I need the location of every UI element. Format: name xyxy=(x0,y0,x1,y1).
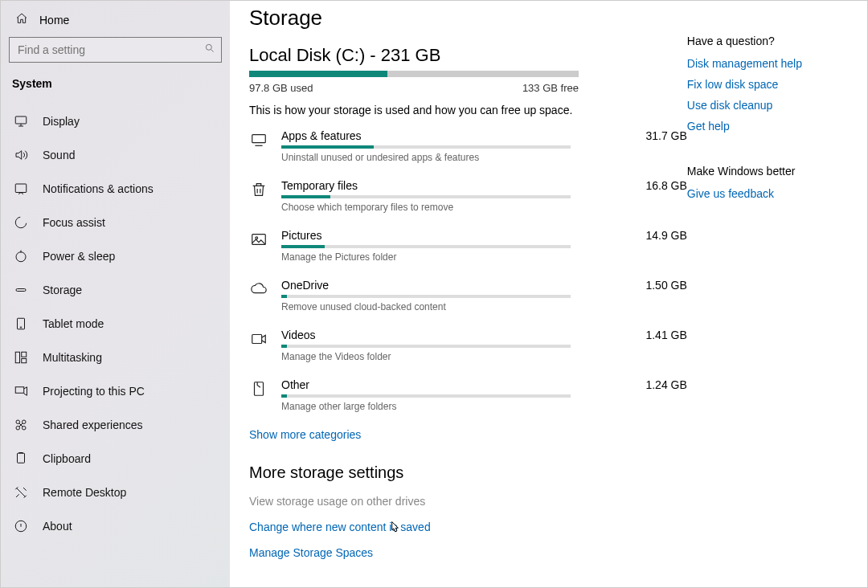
category-bar xyxy=(281,145,571,149)
nav-icon xyxy=(14,283,28,297)
nav-item-about[interactable]: About xyxy=(1,509,230,543)
category-subtitle: Remove unused cloud-backed content xyxy=(281,301,687,312)
show-more-link[interactable]: Show more categories xyxy=(249,428,687,441)
help-link[interactable]: Get help xyxy=(687,120,859,133)
sidebar: Home System DisplaySoundNotifications & … xyxy=(1,1,230,587)
page-title: Storage xyxy=(249,6,687,31)
category-apps-features[interactable]: Apps & features31.7 GBUninstall unused o… xyxy=(249,129,687,163)
make-better-heading: Make Windows better xyxy=(687,165,859,178)
more-settings-title: More storage settings xyxy=(249,463,687,482)
more-link[interactable]: Change where new content is saved xyxy=(249,521,687,533)
help-link[interactable]: Use disk cleanup xyxy=(687,99,859,112)
nav-label: Focus assist xyxy=(43,216,105,229)
svg-rect-5 xyxy=(16,289,26,292)
category-onedrive[interactable]: OneDrive1.50 GBRemove unused cloud-backe… xyxy=(249,279,687,312)
nav-label: Shared experiences xyxy=(43,419,143,431)
svg-point-7 xyxy=(20,327,22,329)
category-subtitle: Manage other large folders xyxy=(281,401,687,412)
category-subtitle: Choose which temporary files to remove xyxy=(281,202,687,213)
category-bar xyxy=(281,345,571,348)
nav-label: Notifications & actions xyxy=(43,182,154,195)
category-subtitle: Manage the Videos folder xyxy=(281,351,687,362)
svg-rect-16 xyxy=(18,453,25,463)
nav-label: Multitasking xyxy=(43,351,102,364)
nav-item-sound[interactable]: Sound xyxy=(1,138,230,172)
help-link[interactable]: Disk management help xyxy=(687,57,859,70)
nav-item-notifications-actions[interactable]: Notifications & actions xyxy=(1,172,230,206)
category-bar xyxy=(281,394,571,398)
nav-item-projecting-to-this-pc[interactable]: Projecting to this PC xyxy=(1,374,230,408)
nav-item-tablet-mode[interactable]: Tablet mode xyxy=(1,307,230,341)
nav-list: DisplaySoundNotifications & actionsFocus… xyxy=(1,104,230,543)
nav-item-focus-assist[interactable]: Focus assist xyxy=(1,206,230,239)
nav-item-multitasking[interactable]: Multitasking xyxy=(1,341,230,374)
category-icon xyxy=(249,330,268,349)
svg-rect-10 xyxy=(22,359,27,363)
disk-usage-bar xyxy=(249,71,579,77)
svg-rect-18 xyxy=(252,135,266,143)
svg-rect-22 xyxy=(255,382,264,396)
disk-free-label: 133 GB free xyxy=(522,82,579,94)
nav-label: Remote Desktop xyxy=(43,486,126,499)
disk-title: Local Disk (C:) - 231 GB xyxy=(249,45,687,66)
svg-point-0 xyxy=(206,44,211,50)
nav-item-display[interactable]: Display xyxy=(1,104,230,138)
nav-label: Tablet mode xyxy=(43,317,104,330)
nav-label: Storage xyxy=(43,284,82,296)
home-button[interactable]: Home xyxy=(1,9,230,37)
nav-icon xyxy=(14,384,28,398)
category-name: Videos xyxy=(281,329,316,341)
category-bar xyxy=(281,195,571,198)
svg-rect-9 xyxy=(22,352,27,357)
category-name: Temporary files xyxy=(281,179,358,192)
nav-item-shared-experiences[interactable]: Shared experiences xyxy=(1,408,230,442)
nav-label: Projecting to this PC xyxy=(43,385,145,398)
more-link[interactable]: View storage usage on other drives xyxy=(249,495,687,508)
nav-icon xyxy=(14,418,28,432)
svg-rect-1 xyxy=(15,116,27,124)
nav-item-remote-desktop[interactable]: Remote Desktop xyxy=(1,476,230,509)
nav-label: Clipboard xyxy=(43,452,91,465)
nav-item-power-sleep[interactable]: Power & sleep xyxy=(1,239,230,273)
category-icon xyxy=(249,131,268,150)
nav-item-clipboard[interactable]: Clipboard xyxy=(1,442,230,476)
category-icon xyxy=(249,380,268,399)
svg-rect-8 xyxy=(15,352,19,363)
nav-icon xyxy=(14,114,28,129)
more-link[interactable]: Manage Storage Spaces xyxy=(249,546,687,559)
category-pictures[interactable]: Pictures14.9 GBManage the Pictures folde… xyxy=(249,229,687,263)
category-temporary-files[interactable]: Temporary files16.8 GBChoose which tempo… xyxy=(249,179,687,213)
search-icon xyxy=(204,43,215,56)
category-name: OneDrive xyxy=(281,279,329,292)
category-icon xyxy=(249,181,268,200)
disk-used-label: 97.8 GB used xyxy=(249,82,313,94)
svg-point-4 xyxy=(16,252,26,262)
category-size: 1.50 GB xyxy=(645,279,686,292)
nav-label: Power & sleep xyxy=(43,250,115,263)
nav-item-storage[interactable]: Storage xyxy=(1,273,230,307)
category-bar xyxy=(281,245,571,248)
category-name: Pictures xyxy=(281,229,322,242)
home-icon xyxy=(15,12,28,27)
search-input[interactable] xyxy=(9,37,222,63)
svg-rect-2 xyxy=(15,184,27,193)
category-icon xyxy=(249,231,268,250)
category-subtitle: Manage the Pictures folder xyxy=(281,251,687,263)
category-bar xyxy=(281,295,571,298)
right-panel: Have a question? Disk management helpFix… xyxy=(687,6,867,587)
category-icon xyxy=(249,280,268,300)
help-link[interactable]: Fix low disk space xyxy=(687,78,859,91)
category-subtitle: Uninstall unused or undesired apps & fea… xyxy=(281,152,687,163)
category-other[interactable]: Other1.24 GBManage other large folders xyxy=(249,378,687,412)
svg-rect-21 xyxy=(252,335,262,344)
nav-label: Display xyxy=(43,115,80,128)
category-name: Other xyxy=(281,378,309,391)
nav-icon xyxy=(14,451,28,466)
feedback-link[interactable]: Give us feedback xyxy=(687,187,859,200)
category-size: 1.24 GB xyxy=(645,378,686,391)
main: Storage Local Disk (C:) - 231 GB 97.8 GB… xyxy=(230,1,867,587)
nav-icon xyxy=(14,316,28,331)
category-size: 14.9 GB xyxy=(645,229,686,242)
description: This is how your storage is used and how… xyxy=(249,104,687,116)
category-videos[interactable]: Videos1.41 GBManage the Videos folder xyxy=(249,329,687,362)
